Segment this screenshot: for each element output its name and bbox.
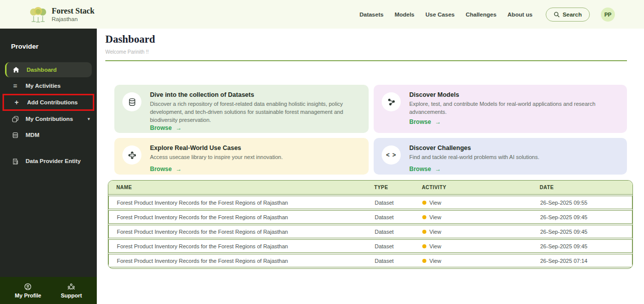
cell-name: Forest Product Inventory Records for the… — [117, 200, 375, 206]
table-header: NAME TYPE ACTIVITY DATE — [108, 181, 632, 195]
browse-link-models[interactable]: Browse → — [409, 118, 619, 126]
card-title: Discover Models — [409, 91, 619, 98]
col-name: NAME — [116, 185, 374, 190]
arrow-right-icon: → — [435, 118, 441, 125]
col-activity: ACTIVITY — [422, 185, 540, 190]
card-title: Dive into the collection of Datasets — [150, 91, 361, 98]
card-description: Explore, test, and contribute Models for… — [409, 100, 619, 116]
brand-title: Forest Stack — [52, 7, 94, 16]
table-row[interactable]: Forest Product Inventory Records for the… — [108, 254, 632, 267]
cell-activity: View — [422, 214, 540, 220]
card-datasets[interactable]: Dive into the collection of Datasets Dis… — [114, 85, 369, 133]
sidebar: Provider Dashboard ≡ My Activities + Add… — [0, 29, 97, 304]
building-icon — [11, 158, 19, 165]
top-nav: Datasets Models Use Cases Challenges Abo… — [360, 8, 615, 22]
browse-label: Browse — [409, 166, 431, 173]
nav-models[interactable]: Models — [395, 12, 415, 18]
card-use-cases[interactable]: Explore Real-World Use Cases Access usec… — [114, 138, 369, 175]
chevron-down-icon[interactable]: ▼ — [87, 117, 91, 121]
browse-link-challenges[interactable]: Browse → — [409, 166, 619, 174]
cell-type: Dataset — [375, 214, 422, 220]
table-row[interactable]: Forest Product Inventory Records for the… — [108, 239, 632, 253]
annotation-box: + Add Contributions — [3, 94, 94, 111]
cell-name: Forest Product Inventory Records for the… — [117, 258, 375, 264]
cell-activity: View — [422, 229, 540, 235]
card-description: Discover a rich repository of forest-rel… — [150, 100, 361, 124]
cell-date: 26-Sep-2025 07:14 — [540, 258, 632, 264]
support-button[interactable]: Support — [61, 283, 82, 298]
sidebar-item-mdm[interactable]: MDM — [0, 127, 97, 143]
card-challenges[interactable]: < > Discover Challenges Find and tackle … — [374, 138, 627, 175]
sidebar-item-add-contributions[interactable]: + Add Contributions — [4, 95, 93, 109]
forest-stack-logo — [29, 5, 47, 24]
sidebar-item-label: Add Contributions — [27, 99, 78, 105]
card-models[interactable]: Discover Models Explore, test, and contr… — [374, 85, 627, 133]
activity-dot-icon — [422, 215, 426, 219]
sidebar-item-label: MDM — [26, 132, 39, 138]
activity-table: NAME TYPE ACTIVITY DATE Forest Product I… — [108, 180, 633, 269]
database-icon — [122, 92, 141, 111]
activity-dot-icon — [422, 259, 426, 263]
sidebar-item-my-contributions[interactable]: My Contributions ▼ — [0, 111, 97, 127]
network-icon — [382, 92, 401, 111]
sidebar-item-label: Data Provider Entity — [26, 158, 81, 164]
cell-name: Forest Product Inventory Records for the… — [117, 214, 375, 220]
cell-type: Dataset — [375, 258, 422, 264]
sidebar-menu: Dashboard ≡ My Activities + Add Contribu… — [0, 62, 97, 169]
brand-subtitle: Rajasthan — [52, 16, 94, 22]
home-icon — [12, 66, 20, 73]
cell-date: 26-Sep-2025 09:45 — [540, 229, 632, 235]
sidebar-item-label: My Activities — [26, 83, 61, 89]
cell-type: Dataset — [375, 200, 422, 206]
usecase-cross-icon — [122, 145, 141, 165]
table-row[interactable]: Forest Product Inventory Records for the… — [108, 225, 632, 238]
card-title: Explore Real-World Use Cases — [150, 144, 361, 151]
cell-activity: View — [422, 258, 540, 264]
sidebar-footer: My Profile Support — [0, 277, 97, 304]
nav-datasets[interactable]: Datasets — [360, 12, 384, 18]
sidebar-item-label: Dashboard — [27, 67, 57, 73]
sidebar-item-my-activities[interactable]: ≡ My Activities — [0, 78, 97, 94]
sidebar-heading: Provider — [11, 43, 97, 50]
copy-icon — [11, 116, 19, 122]
browse-label: Browse — [150, 124, 172, 131]
nav-use-cases[interactable]: Use Cases — [425, 12, 454, 18]
sidebar-item-dashboard[interactable]: Dashboard — [5, 62, 92, 77]
cell-date: 26-Sep-2025 09:45 — [540, 243, 632, 249]
support-label: Support — [61, 292, 82, 298]
sidebar-item-data-provider-entity[interactable]: Data Provider Entity — [0, 153, 97, 169]
nav-challenges[interactable]: Challenges — [465, 12, 496, 18]
arrow-right-icon: → — [176, 124, 182, 131]
activity-dot-icon — [422, 201, 426, 205]
search-icon — [554, 12, 560, 18]
browse-link-use-cases[interactable]: Browse → — [150, 166, 361, 174]
cell-date: 26-Sep-2025 09:45 — [540, 214, 632, 220]
my-profile-label: My Profile — [15, 292, 42, 298]
avatar[interactable]: PP — [601, 8, 615, 22]
cell-type: Dataset — [375, 229, 422, 235]
divider — [105, 60, 627, 61]
browse-label: Browse — [150, 166, 172, 173]
table-row[interactable]: Forest Product Inventory Records for the… — [108, 210, 632, 224]
feature-cards: Dive into the collection of Datasets Dis… — [114, 85, 627, 175]
arrow-right-icon: → — [435, 166, 441, 173]
plus-icon: + — [13, 98, 21, 106]
database-icon — [11, 132, 19, 138]
brand[interactable]: Forest Stack Rajasthan — [29, 5, 94, 24]
search-label: Search — [563, 12, 582, 18]
cell-name: Forest Product Inventory Records for the… — [117, 243, 375, 249]
main-content: Dashboard Welcome Parinith !! Dive into … — [97, 29, 644, 304]
activity-dot-icon — [422, 230, 426, 234]
arrow-right-icon: → — [176, 166, 182, 173]
page-title: Dashboard — [105, 33, 644, 46]
person-circle-icon — [24, 283, 32, 291]
search-button[interactable]: Search — [546, 8, 590, 22]
browse-link-datasets[interactable]: Browse → — [150, 124, 361, 132]
table-row[interactable]: Forest Product Inventory Records for the… — [108, 196, 632, 209]
nav-about-us[interactable]: About us — [508, 12, 533, 18]
people-group-icon — [67, 283, 75, 291]
sidebar-item-label: My Contributions — [26, 116, 73, 122]
my-profile-button[interactable]: My Profile — [15, 283, 42, 298]
code-icon: < > — [382, 145, 401, 165]
col-date: DATE — [540, 185, 632, 190]
